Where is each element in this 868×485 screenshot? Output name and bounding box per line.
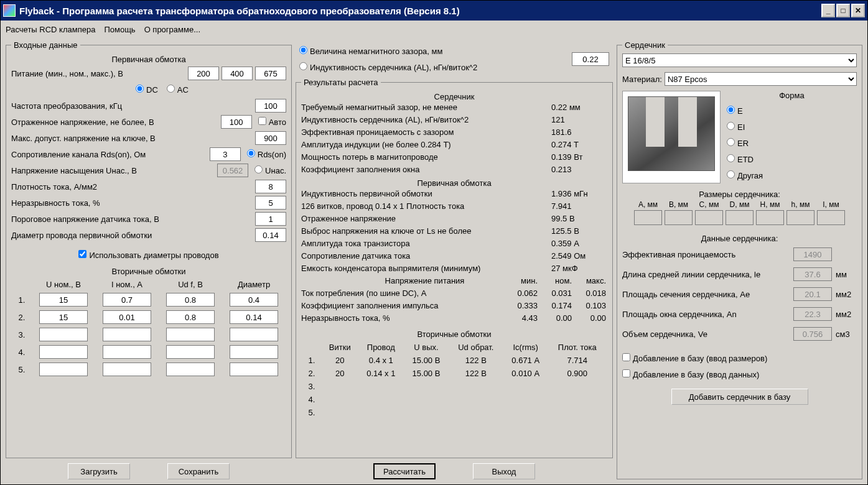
material-label: Материал: [622,75,662,84]
sec-d-4[interactable] [230,345,278,359]
app-window: Flyback - Программа расчета трансформато… [0,0,868,485]
j-label: Плотность тока, А/мм2 [11,182,253,192]
gap-radio[interactable]: Величина немагнитного зазора, мм [299,46,442,56]
sec-ud-3[interactable] [166,328,215,341]
titlebar: Flyback - Программа расчета трансформато… [1,1,867,21]
core-param-0 [793,247,832,261]
core-legend: Сердечник [622,40,668,50]
vth-label: Пороговое напряжение датчика тока, В [11,215,253,224]
dc-radio[interactable]: DC [136,85,158,95]
cont-label: Неразрывность тока, % [11,198,253,208]
material-select[interactable]: N87 Epcos [665,72,857,86]
results-group: Результаты расчета Сердечник Требуемый н… [296,78,613,458]
app-icon [3,4,16,17]
vrefl-label: Отраженное напряжение, не более, В [11,118,218,127]
secondary-windings-title: Вторичные обмотки [11,267,286,276]
sec-i-2[interactable] [103,310,151,324]
sec-ud-5[interactable] [166,363,215,376]
calculate-button[interactable]: Рассчитать [373,463,436,479]
dim-3-input [726,210,754,225]
auto-checkbox[interactable]: Авто [258,117,286,127]
supply-max-input[interactable] [255,67,286,80]
vth-input[interactable] [255,212,286,226]
add-core-button[interactable]: Добавить сердечник в базу [671,389,808,405]
dim-6-input [817,210,845,225]
menubar: Расчеты RCD клампера Помощь О программе.… [1,21,867,38]
shape-E-radio[interactable]: E [727,106,743,116]
secondary-inputs-table: U ном., В I ном., А Ud f, В Диаметр 1. 2… [11,277,286,379]
sec-i-3[interactable] [103,328,151,341]
results-sec-table: Витки Провод U вых. Ud обрат. Ic(rms) Пл… [301,340,607,420]
supply-min-input[interactable] [188,67,219,80]
rds-radio[interactable]: Rds(on) [247,149,286,159]
close-button[interactable]: ✕ [851,4,865,17]
data-title: Данные сердечника: [622,234,857,243]
sec-d-1[interactable] [230,293,278,307]
cont-input[interactable] [255,196,286,210]
dwire-input[interactable] [255,228,286,242]
dim-4-input [756,210,784,225]
freq-input[interactable] [255,99,286,113]
core-type-select[interactable]: E 16/8/5 [622,53,857,67]
results-core-hdr: Сердечник [301,92,607,101]
shape-EI-radio[interactable]: EI [727,122,745,132]
use-diameters-checkbox[interactable]: Использовать диаметры проводов [78,250,218,260]
dim-2-input [695,210,723,225]
usat-radio[interactable]: Uнас. [254,165,286,175]
shape-ER-radio[interactable]: ER [727,138,749,148]
menu-help[interactable]: Помощь [104,25,135,34]
ac-radio[interactable]: AC [167,85,189,95]
save-button[interactable]: Сохранить [167,463,230,479]
dim-1-input [665,210,693,225]
rds-input[interactable] [210,147,241,161]
supply-label: Питание (мин., ном., макс.), В [11,69,185,78]
sec-u-5[interactable] [39,363,88,376]
sec-u-2[interactable] [39,310,88,324]
freq-label: Частота преобразования, кГц [11,101,253,111]
load-button[interactable]: Загрузить [68,463,130,479]
sec-ud-2[interactable] [166,310,215,324]
core-param-4 [793,327,832,341]
table-row: 1.200.4 x 115.00 В122 В0.671 А7.714 [302,354,606,366]
table-row: 3. [302,381,606,392]
sec-ud-4[interactable] [166,345,215,359]
exit-button[interactable]: Выход [473,463,535,479]
core-param-1 [793,267,832,281]
supply-nom-input[interactable] [222,67,253,80]
shape-Другая-radio[interactable]: Другая [727,170,763,180]
sec-i-1[interactable] [103,293,151,307]
table-row: 5. [302,407,606,418]
sec-d-3[interactable] [230,328,278,341]
j-input[interactable] [255,180,286,193]
results-prim-hdr: Первичная обмотка [301,178,607,188]
vsw-input[interactable] [255,131,286,145]
dim-title: Размеры сердечника: [622,190,857,199]
shape-ETD-radio[interactable]: ETD [727,154,754,164]
al-radio[interactable]: Индуктивность сердечника (AL), нГн/виток… [299,62,477,72]
sec-u-4[interactable] [39,345,88,359]
sec-d-5[interactable] [230,363,278,376]
menu-rcd[interactable]: Расчеты RCD клампера [6,25,95,34]
sec-d-2[interactable] [230,310,278,324]
sec-u-3[interactable] [39,328,88,341]
rds-label: Сопротивление канала Rds(on), Ом [11,150,207,159]
dwire-label: Диаметр провода первичной обмотки [11,231,253,240]
gap-value-input[interactable] [572,52,609,66]
vrefl-input[interactable] [221,115,252,129]
window-title: Flyback - Программа расчета трансформато… [19,6,821,16]
sec-i-4[interactable] [103,345,151,359]
minimize-button[interactable]: _ [821,4,835,17]
usat-input [217,164,248,177]
shape-label: Форма [727,91,857,100]
usat-label: Напряжение насыщения Uнас., В [11,166,215,175]
sec-i-5[interactable] [103,363,151,376]
add-data-checkbox[interactable]: Добавление в базу (ввод данных) [622,369,759,379]
menu-about[interactable]: О программе... [144,25,200,34]
maximize-button[interactable]: □ [836,4,850,17]
add-dims-checkbox[interactable]: Добавление в базу (ввод размеров) [622,353,767,363]
sec-u-1[interactable] [39,293,88,307]
sec-ud-1[interactable] [166,293,215,307]
vsw-label: Макс. допуст. напряжение на ключе, В [11,134,253,143]
table-row: 4. [302,394,606,405]
dim-0-input [634,210,662,225]
